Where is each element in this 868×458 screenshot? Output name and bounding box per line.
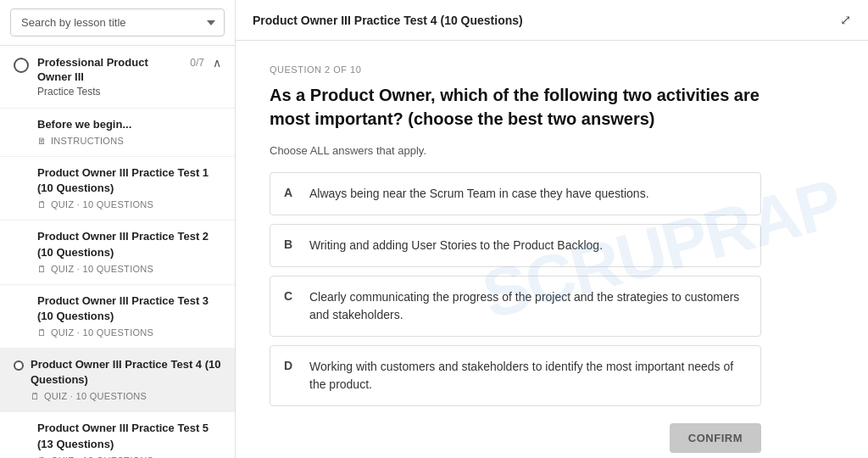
- lesson-meta-text-test1: QUIZ · 10 QUESTIONS: [51, 199, 153, 209]
- answer-letter-a: A: [284, 186, 299, 199]
- lesson-meta-text-test2: QUIZ · 10 QUESTIONS: [51, 264, 153, 274]
- course-progress-text: 0/7: [190, 57, 204, 69]
- lesson-icon-test3: 🗒: [37, 327, 47, 338]
- quiz-content: SCRUPRAP QUESTION 2 OF 10 As a Product O…: [236, 41, 868, 458]
- lesson-icon-test4: 🗒: [31, 391, 40, 401]
- lesson-item-test4[interactable]: Product Owner III Practice Test 4 (10 Qu…: [0, 349, 235, 412]
- lesson-item-test2[interactable]: Product Owner III Practice Test 2 (10 Qu…: [0, 221, 235, 284]
- answer-option-b[interactable]: B Writing and adding User Stories to the…: [270, 224, 761, 267]
- answer-letter-b: B: [284, 237, 299, 251]
- lesson-item-test1[interactable]: Product Owner III Practice Test 1 (10 Qu…: [0, 157, 235, 221]
- lesson-meta-text-before: INSTRUCTIONS: [51, 136, 124, 146]
- answer-text-a: Always being near the Scrum Team in case…: [309, 185, 649, 203]
- lesson-meta-text-test3: QUIZ · 10 QUESTIONS: [51, 327, 153, 338]
- main-header-title: Product Owner III Practice Test 4 (10 Qu…: [253, 14, 523, 27]
- answer-text-d: Working with customers and stakeholders …: [309, 358, 747, 394]
- sidebar-content: Professional Product Owner III Practice …: [0, 46, 235, 458]
- answer-letter-c: C: [284, 289, 299, 303]
- course-header-left: Professional Product Owner III Practice …: [14, 56, 183, 98]
- lesson-item-before[interactable]: Before we begin... 🗎 INSTRUCTIONS: [0, 109, 235, 157]
- confirm-row: CONFIRM: [270, 415, 761, 458]
- expand-icon[interactable]: ⤢: [840, 12, 851, 28]
- lesson-meta-test3: 🗒 QUIZ · 10 QUESTIONS: [37, 327, 221, 338]
- question-text: As a Product Owner, which of the followi…: [270, 83, 761, 131]
- answer-text-b: Writing and adding User Stories to the P…: [309, 237, 603, 254]
- search-input[interactable]: Search by lesson title: [10, 8, 225, 36]
- lesson-icon-test1: 🗒: [37, 199, 47, 209]
- course-info: Professional Product Owner III Practice …: [37, 56, 183, 98]
- active-bullet: [14, 360, 24, 371]
- lesson-meta-text-test4: QUIZ · 10 QUESTIONS: [44, 391, 147, 401]
- lesson-title-test5[interactable]: Product Owner III Practice Test 5 (13 Qu…: [37, 421, 221, 451]
- course-progress-icon: [14, 58, 29, 73]
- lesson-meta-test2: 🗒 QUIZ · 10 QUESTIONS: [37, 264, 221, 274]
- answers-container: A Always being near the Scrum Team in ca…: [270, 172, 834, 406]
- lesson-item-test3[interactable]: Product Owner III Practice Test 3 (10 Qu…: [0, 285, 235, 349]
- main-content: Product Owner III Practice Test 4 (10 Qu…: [236, 0, 868, 458]
- lessons-container: Before we begin... 🗎 INSTRUCTIONS Produc…: [0, 109, 235, 458]
- confirm-button[interactable]: CONFIRM: [670, 423, 761, 453]
- lesson-meta-before: 🗎 INSTRUCTIONS: [37, 136, 221, 146]
- lesson-title-test2[interactable]: Product Owner III Practice Test 2 (10 Qu…: [37, 229, 221, 260]
- lesson-item-test5[interactable]: Product Owner III Practice Test 5 (13 Qu…: [0, 412, 235, 458]
- answer-option-d[interactable]: D Working with customers and stakeholder…: [270, 345, 761, 406]
- answer-option-a[interactable]: A Always being near the Scrum Team in ca…: [270, 172, 761, 215]
- answer-text-c: Clearly communicating the progress of th…: [309, 288, 747, 324]
- course-subtitle: Practice Tests: [37, 86, 183, 98]
- question-label: QUESTION 2 OF 10: [270, 64, 834, 75]
- lesson-meta-test4: 🗒 QUIZ · 10 QUESTIONS: [31, 391, 221, 401]
- answer-option-c[interactable]: C Clearly communicating the progress of …: [270, 276, 761, 337]
- choose-label: Choose ALL answers that apply.: [270, 144, 834, 157]
- lesson-title-test4[interactable]: Product Owner III Practice Test 4 (10 Qu…: [31, 357, 221, 388]
- collapse-icon[interactable]: ∧: [213, 56, 221, 70]
- lesson-title-test1[interactable]: Product Owner III Practice Test 1 (10 Qu…: [37, 165, 221, 196]
- lesson-title-test3[interactable]: Product Owner III Practice Test 3 (10 Qu…: [37, 293, 221, 324]
- course-header: Professional Product Owner III Practice …: [0, 46, 235, 109]
- main-header: Product Owner III Practice Test 4 (10 Qu…: [236, 0, 868, 41]
- lesson-icon-before: 🗎: [37, 136, 47, 146]
- search-bar: Search by lesson title: [0, 0, 235, 46]
- course-title: Professional Product Owner III: [37, 56, 183, 85]
- lesson-title-before[interactable]: Before we begin...: [37, 117, 221, 132]
- lesson-icon-test2: 🗒: [37, 264, 47, 274]
- lesson-meta-test1: 🗒 QUIZ · 10 QUESTIONS: [37, 199, 221, 209]
- answer-letter-d: D: [284, 359, 299, 372]
- sidebar: Search by lesson title Professional Prod…: [0, 0, 236, 458]
